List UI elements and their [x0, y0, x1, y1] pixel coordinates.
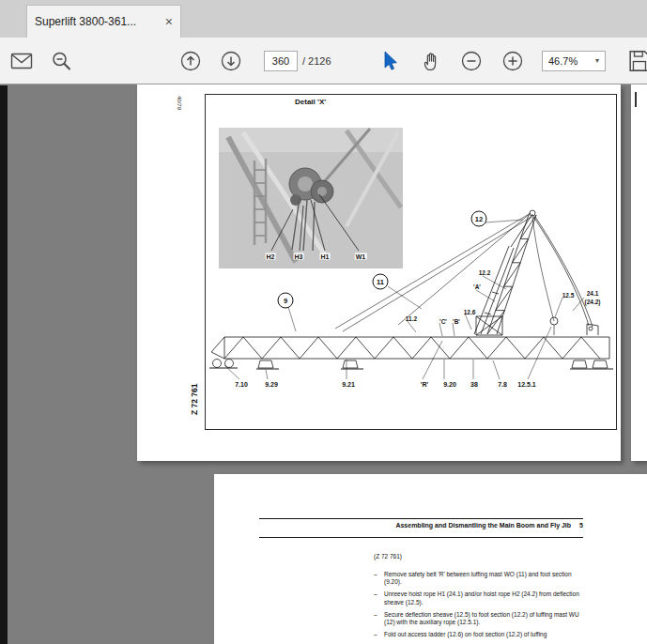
- tab-bar: Superlift 3800-361... ×: [0, 0, 647, 38]
- magnifier-minus-icon: [51, 50, 72, 71]
- header-rule-bottom: [259, 537, 583, 538]
- drawing-frame: Detail 'X' H2 H3 H1 W1 12 11 9 12.2 'A' …: [205, 94, 617, 430]
- list-item-text: Unreeve hoist rope H1 (24.1) and/or hois…: [384, 590, 586, 606]
- list-item-text: Secure deflection sheave (12.5) to foot …: [384, 611, 586, 627]
- zoom-level-value: 46.7%: [548, 55, 578, 67]
- callout-circle-12: 12: [471, 211, 487, 227]
- crane-drawing: [206, 95, 616, 429]
- pointer-cursor-icon: [378, 50, 401, 72]
- list-item: – Remove safety belt 'R' between luffing…: [374, 571, 586, 587]
- photo-label-h3: H3: [294, 253, 304, 260]
- callout-circle-9: 9: [278, 293, 294, 309]
- envelope-icon: [10, 52, 33, 69]
- callout-c: 'C': [439, 318, 447, 325]
- bottom-label-9-20: 9.20: [443, 381, 456, 388]
- previous-page-button[interactable]: [177, 49, 205, 73]
- photo-label-h1: H1: [320, 253, 331, 260]
- arrow-up-circle-icon: [178, 49, 203, 73]
- next-page-frame-line: [635, 92, 637, 107]
- zoom-level-dropdown[interactable]: 46.7% ▾: [542, 51, 606, 71]
- bottom-label-9-21: 9.21: [342, 381, 355, 388]
- zoom-out-button[interactable]: [457, 49, 485, 73]
- bullet-dash: –: [374, 571, 379, 587]
- photo-label-w1: W1: [355, 253, 367, 260]
- tab-title: Superlift 3800-361...: [35, 15, 160, 28]
- zoom-in-button[interactable]: [499, 49, 527, 73]
- close-tab-icon[interactable]: ×: [165, 15, 173, 28]
- header-rule-top: [259, 518, 583, 519]
- chevron-down-icon: ▾: [595, 56, 599, 65]
- callout-12-5: 12.5: [562, 292, 575, 299]
- minus-circle-icon: [459, 49, 484, 73]
- pdf-page-2: Assembling and Dismantling the Main Boom…: [214, 474, 647, 644]
- toolbar: / 2126 46.7% ▾: [0, 38, 647, 84]
- list-item-text: Fold out access ladder (12.6) on foot se…: [384, 631, 547, 638]
- page-count: / 2126: [302, 55, 340, 67]
- instruction-list: – Remove safety belt 'R' between luffing…: [374, 571, 586, 643]
- callout-24-1: 24.1: [587, 290, 599, 297]
- page-number-input[interactable]: [264, 51, 298, 71]
- hand-tool-button[interactable]: [416, 49, 444, 72]
- photo-label-h2: H2: [266, 253, 276, 260]
- sheet-index-label: 40/79: [177, 96, 182, 110]
- callout-b: 'B': [453, 318, 460, 325]
- callout-a: 'A': [473, 284, 481, 290]
- page-number-field: [264, 51, 298, 71]
- list-item: – Fold out access ladder (12.6) on foot …: [374, 631, 586, 638]
- callout-circle-11: 11: [373, 274, 389, 290]
- bottom-label-38: 38: [470, 381, 478, 388]
- callout-12-2: 12.2: [479, 269, 491, 276]
- detail-title: Detail 'X': [295, 98, 326, 106]
- bottom-label-12-5-1: 12.5.1: [517, 381, 535, 388]
- detail-photo: [219, 128, 403, 268]
- bullet-dash: –: [374, 590, 379, 606]
- email-button[interactable]: [8, 52, 36, 69]
- page-count-label: / 2126: [302, 55, 331, 67]
- arrow-down-circle-icon: [219, 49, 243, 73]
- next-page-button[interactable]: [217, 49, 245, 73]
- hand-icon: [419, 49, 442, 72]
- callout-24-2: (24.2): [585, 299, 601, 305]
- header-page-number: 5: [579, 522, 583, 529]
- list-item: – Unreeve hoist rope H1 (24.1) and/or ho…: [374, 590, 586, 606]
- figure-reference: (Z 72 761): [374, 553, 402, 560]
- list-item-text: Remove safety belt 'R' between luffing m…: [384, 571, 586, 587]
- next-page-edge: [631, 84, 647, 461]
- callout-12-6: 12.6: [464, 309, 476, 315]
- drawing-number-label: Z 72 761: [190, 383, 199, 415]
- select-tool-button[interactable]: [376, 50, 404, 72]
- marquee-zoom-button[interactable]: [47, 50, 75, 71]
- document-tab[interactable]: Superlift 3800-361... ×: [26, 5, 181, 38]
- plus-circle-icon: [501, 49, 525, 73]
- pdf-page-1: 40/79 Z 72 761: [137, 84, 621, 461]
- bottom-label-7-10: 7.10: [235, 381, 248, 388]
- bottom-label-7-8: 7.8: [498, 381, 507, 388]
- bottom-label-9-29: 9.29: [265, 381, 278, 388]
- bottom-label-r: 'R': [421, 381, 428, 388]
- page-header: Assembling and Dismantling the Main Boom…: [259, 522, 583, 529]
- save-button[interactable]: [625, 49, 647, 72]
- list-item: – Secure deflection sheave (12.5) to foo…: [374, 611, 586, 627]
- left-edge-panel: [0, 85, 8, 644]
- header-title: Assembling and Dismantling the Main Boom…: [395, 522, 571, 529]
- bullet-dash: –: [374, 631, 379, 638]
- floppy-save-icon: [628, 49, 647, 72]
- bullet-dash: –: [374, 611, 379, 627]
- callout-11-2: 11.2: [406, 315, 417, 322]
